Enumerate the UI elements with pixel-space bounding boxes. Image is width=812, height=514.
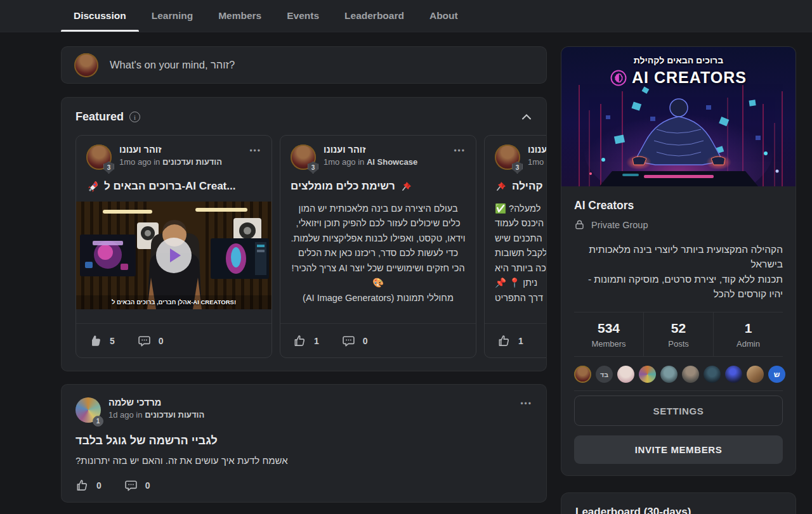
featured-cards-row: 3 זוהר וענונו 1mo ago in הודעות ועדכונים: [62, 135, 546, 358]
like-icon[interactable]: [89, 334, 102, 347]
like-icon[interactable]: [75, 479, 89, 492]
lock-icon: [574, 219, 585, 230]
post-meta: 1mo ago in: [528, 157, 546, 167]
comment-count: 0: [363, 336, 368, 346]
post-meta: 1mo ago in הודעות ועדכונים: [119, 157, 222, 167]
like-count: 0: [96, 480, 102, 491]
group-privacy: Private Group: [574, 219, 783, 230]
author-avatar[interactable]: 3: [86, 145, 112, 170]
privacy-label: Private Group: [591, 220, 648, 230]
collapse-chevron-icon[interactable]: [522, 114, 531, 120]
member-avatar[interactable]: [639, 366, 656, 383]
level-badge: 1: [93, 416, 103, 427]
post-title[interactable]: לגביי הרשמה של גוגל בלבד: [75, 434, 532, 447]
stat-label: Members: [574, 339, 643, 349]
stat-members[interactable]: 534 Members: [574, 312, 643, 356]
featured-post-card[interactable]: 3 זוהר וענונו 1mo ago in ק: [484, 135, 546, 358]
space-name[interactable]: AI Showcase: [367, 157, 417, 167]
post-menu-icon[interactable]: [454, 145, 466, 170]
member-avatar-initials[interactable]: ש: [768, 366, 785, 383]
post-title[interactable]: ברוכים הבאים ל-AI Creat...: [76, 180, 272, 193]
current-user-avatar[interactable]: [74, 53, 98, 77]
video-caption: אהלן חברים, ברוכים הבאים ל-AI CREATORS!: [76, 299, 272, 305]
author-name[interactable]: מרדכי שלמה: [108, 397, 204, 408]
comment-icon[interactable]: [342, 334, 355, 347]
post-time: 1mo ago in: [324, 157, 364, 167]
video-thumbnail[interactable]: אהלן חברים, ברוכים הבאים ל-AI CREATORS!: [76, 202, 272, 309]
post-menu-icon[interactable]: [520, 397, 532, 423]
author-avatar[interactable]: 3: [291, 145, 316, 170]
post-body: בעולם היצירה עם בינה מלאכותית יש המון כל…: [280, 202, 476, 305]
info-icon[interactable]: i: [129, 112, 140, 122]
post-meta: 1d ago in הודעות ועדכונים: [108, 410, 204, 420]
like-count: 1: [518, 336, 523, 346]
tab-events[interactable]: Events: [274, 0, 332, 32]
author-name[interactable]: זוהר וענונו: [528, 145, 546, 155]
like-icon[interactable]: [497, 334, 511, 347]
post-title-text: ברוכים הבאים ל-AI Creat...: [104, 180, 235, 193]
like-icon[interactable]: [293, 334, 306, 347]
cover-welcome-text: ברוכים הבאים לקהילת: [561, 55, 796, 65]
stat-value: 534: [574, 321, 643, 336]
space-name[interactable]: הודעות ועדכונים: [145, 410, 204, 420]
tab-about[interactable]: About: [417, 0, 471, 32]
comment-icon[interactable]: [138, 334, 151, 347]
tab-members[interactable]: Members: [206, 0, 274, 32]
member-avatar-initials[interactable]: בד: [596, 366, 613, 383]
tab-discussion[interactable]: Discussion: [61, 0, 139, 32]
post-menu-icon[interactable]: [249, 145, 261, 170]
pushpin-icon: [400, 181, 412, 193]
post-title[interactable]: רשימת כלים מומלצים: [280, 180, 476, 193]
stat-posts[interactable]: 52 Posts: [643, 312, 713, 356]
group-cover-image: ברוכים הבאים לקהילת AI CREATORS: [561, 47, 796, 186]
post-meta: 1mo ago in AI Showcase: [324, 157, 417, 167]
level-badge: 3: [512, 162, 523, 174]
feed-post[interactable]: 1 מרדכי שלמה 1d ago in הודעות ועדכונים ל…: [61, 384, 547, 503]
stat-label: Admin: [714, 339, 783, 349]
post-time: 1mo ago in: [119, 157, 160, 167]
play-button[interactable]: [156, 238, 192, 273]
author-name[interactable]: זוהר וענונו: [324, 145, 417, 155]
leaderboard-card: Leaderboard (30-days): [561, 492, 796, 514]
like-count: 5: [110, 336, 115, 346]
tab-learning[interactable]: Learning: [139, 0, 206, 32]
post-time: 1d ago in: [108, 410, 143, 420]
level-badge: 3: [103, 162, 114, 174]
author-avatar[interactable]: 3: [495, 145, 520, 170]
post-body: אשמח לדעת איך עושים את זה. והאם יש בזה י…: [75, 455, 532, 466]
featured-post-card[interactable]: 3 זוהר וענונו 1mo ago in הודעות ועדכונים: [75, 135, 272, 358]
group-name: AI Creators: [574, 199, 783, 212]
settings-button[interactable]: SETTINGS: [574, 395, 783, 426]
post-time: 1mo ago in: [528, 157, 546, 167]
member-avatar[interactable]: [660, 366, 678, 383]
composer-prompt[interactable]: What's on your mind, זוהר?: [110, 59, 235, 71]
space-name[interactable]: הודעות ועדכונים: [162, 157, 222, 167]
brain-icon: [610, 70, 627, 86]
post-title-text: רשימת כלים מומלצים: [291, 180, 395, 193]
group-stats: 534 Members 52 Posts 1 Admin: [574, 312, 783, 357]
stat-admins[interactable]: 1 Admin: [713, 312, 783, 356]
group-info-card: ברוכים הבאים לקהילת AI CREATORS AI Creat…: [561, 46, 796, 476]
post-composer[interactable]: What's on your mind, זוהר?: [61, 46, 547, 84]
member-avatar[interactable]: [747, 366, 764, 383]
member-avatar[interactable]: [704, 366, 721, 383]
post-title[interactable]: קהילה: [485, 180, 546, 193]
featured-section: Featured i 3 זוהר וענונו 1mo ago in הו: [61, 97, 547, 371]
author-avatar[interactable]: 1: [75, 397, 101, 423]
leaderboard-title: Leaderboard (30-days): [575, 506, 782, 514]
cover-group-name: AI CREATORS: [632, 68, 747, 87]
group-sidebar: ברוכים הבאים לקהילת AI CREATORS AI Creat…: [561, 46, 796, 514]
author-name[interactable]: זוהר וענונו: [119, 145, 222, 155]
member-avatar[interactable]: [682, 366, 699, 383]
invite-members-button[interactable]: INVITE MEMBERS: [574, 435, 783, 464]
member-avatar[interactable]: [617, 366, 634, 383]
comment-icon[interactable]: [124, 479, 138, 492]
featured-post-card[interactable]: 3 זוהר וענונו 1mo ago in AI Showcase רשי…: [280, 135, 476, 358]
member-avatar[interactable]: [725, 366, 742, 383]
cover-group-title: AI CREATORS: [561, 68, 796, 87]
stat-label: Posts: [644, 339, 713, 349]
feed-column: What's on your mind, זוהר? Featured i 3 …: [61, 46, 547, 514]
tab-leaderboard[interactable]: Leaderboard: [332, 0, 417, 32]
member-avatar[interactable]: [574, 366, 591, 383]
stat-value: 52: [644, 321, 713, 336]
